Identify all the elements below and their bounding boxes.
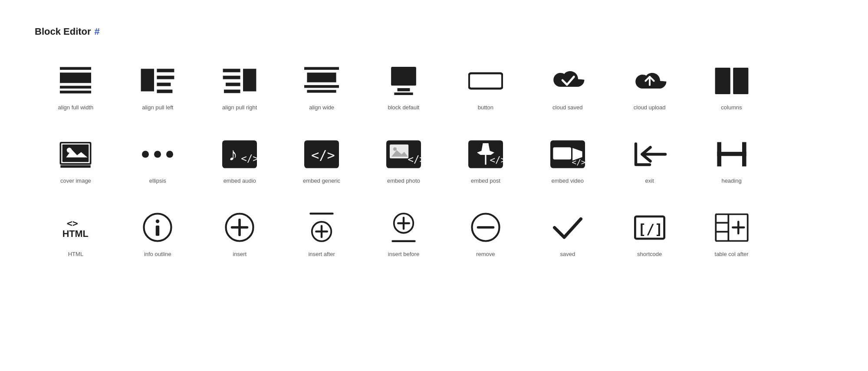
button-icon <box>468 63 503 98</box>
title-hash: # <box>95 26 100 37</box>
shortcode-label: shortcode <box>637 251 662 257</box>
svg-rect-52 <box>717 151 746 156</box>
icon-item-cloud-saved: cloud saved <box>526 55 608 119</box>
insert-after-label: insert after <box>308 251 335 257</box>
svg-point-30 <box>154 151 161 158</box>
icon-grid: align full width align pull left a <box>35 55 773 266</box>
icon-item-ellipsis: ellipsis <box>117 128 199 193</box>
svg-rect-22 <box>715 68 730 94</box>
svg-rect-21 <box>469 73 502 88</box>
svg-rect-28 <box>61 165 91 167</box>
cloud-saved-label: cloud saved <box>552 104 582 111</box>
remove-icon <box>468 210 503 245</box>
svg-rect-2 <box>60 85 91 88</box>
html-icon: <> HTML <box>58 210 93 245</box>
info-outline-label: info outline <box>144 251 171 257</box>
svg-text:</>: </> <box>311 148 335 163</box>
html-label: HTML <box>68 251 83 257</box>
heading-label: heading <box>721 177 741 184</box>
svg-rect-10 <box>223 69 240 72</box>
align-pull-left-label: align pull left <box>142 104 173 111</box>
icon-item-block-default: block default <box>363 55 445 119</box>
exit-icon <box>632 137 667 171</box>
cloud-upload-label: cloud upload <box>634 104 666 111</box>
align-pull-right-label: align pull right <box>222 104 257 111</box>
exit-label: exit <box>645 177 654 184</box>
embed-photo-icon: </> <box>386 137 421 171</box>
columns-label: columns <box>721 104 742 111</box>
cover-image-icon <box>58 137 93 171</box>
icon-item-insert-after: insert after <box>281 201 363 266</box>
svg-rect-12 <box>226 82 240 86</box>
svg-rect-20 <box>394 92 413 95</box>
icon-item-cloud-upload: cloud upload <box>608 55 690 119</box>
icon-item-embed-generic: </> embed generic <box>281 128 363 193</box>
title-text: Block Editor <box>35 26 91 37</box>
svg-rect-0 <box>60 67 91 69</box>
svg-rect-16 <box>304 85 339 88</box>
icon-item-columns: columns <box>690 55 773 119</box>
svg-rect-3 <box>60 90 91 93</box>
svg-text:HTML: HTML <box>62 228 89 239</box>
svg-rect-19 <box>398 88 410 91</box>
icon-item-html: <> HTML HTML <box>35 201 117 266</box>
insert-before-icon <box>386 210 421 245</box>
block-default-icon <box>386 63 421 98</box>
svg-rect-15 <box>307 72 336 82</box>
svg-rect-23 <box>733 68 748 94</box>
ellipsis-icon <box>140 137 175 171</box>
cloud-saved-icon <box>550 63 585 98</box>
svg-rect-57 <box>156 226 159 236</box>
svg-point-31 <box>166 151 173 158</box>
svg-text:</>: </> <box>408 153 421 164</box>
heading-icon <box>714 137 749 171</box>
align-full-width-icon <box>58 63 93 98</box>
icon-item-embed-photo: </> embed photo <box>363 128 445 193</box>
svg-text:</>: </> <box>490 155 503 165</box>
align-pull-right-icon <box>222 63 257 98</box>
saved-icon <box>550 210 585 245</box>
ellipsis-label: ellipsis <box>149 177 166 184</box>
cover-image-label: cover image <box>60 177 91 184</box>
info-outline-icon <box>140 210 175 245</box>
icon-item-align-wide: align wide <box>281 55 363 119</box>
icon-item-cover-image: cover image <box>35 128 117 193</box>
svg-rect-6 <box>157 76 174 79</box>
embed-post-label: embed post <box>471 177 500 184</box>
svg-rect-18 <box>391 67 416 85</box>
svg-rect-1 <box>60 72 91 83</box>
svg-text:[/]: [/] <box>638 220 663 237</box>
svg-rect-17 <box>307 90 336 92</box>
svg-rect-46 <box>553 147 571 159</box>
icon-item-insert: insert <box>199 201 281 266</box>
embed-post-icon: </> <box>468 137 503 171</box>
embed-audio-label: embed audio <box>224 177 256 184</box>
block-default-label: block default <box>388 104 419 111</box>
svg-rect-5 <box>157 69 174 72</box>
embed-generic-label: embed generic <box>303 177 340 184</box>
shortcode-icon: [/] <box>632 210 667 245</box>
align-wide-icon <box>304 63 339 98</box>
svg-rect-25 <box>62 144 89 162</box>
icon-item-embed-audio: ♪ </> embed audio <box>199 128 281 193</box>
svg-rect-14 <box>304 67 339 69</box>
svg-point-27 <box>67 148 72 153</box>
svg-text:</>: </> <box>572 158 585 166</box>
svg-rect-8 <box>157 89 173 93</box>
cloud-upload-icon <box>632 63 667 98</box>
icon-item-heading: heading <box>690 128 773 193</box>
insert-before-label: insert before <box>388 251 419 257</box>
insert-label: insert <box>233 251 247 257</box>
embed-video-label: embed video <box>552 177 584 184</box>
svg-point-56 <box>156 220 159 223</box>
icon-item-exit: exit <box>608 128 690 193</box>
svg-rect-13 <box>224 89 240 93</box>
svg-text:</>: </> <box>241 153 257 164</box>
icon-item-align-pull-right: align pull right <box>199 55 281 119</box>
page-title: Block Editor # <box>35 26 833 37</box>
align-full-width-label: align full width <box>58 104 94 111</box>
svg-text:<>: <> <box>67 218 78 229</box>
icon-item-align-full-width: align full width <box>35 55 117 119</box>
embed-video-icon: </> <box>550 137 585 171</box>
table-col-after-label: table col after <box>715 251 749 257</box>
